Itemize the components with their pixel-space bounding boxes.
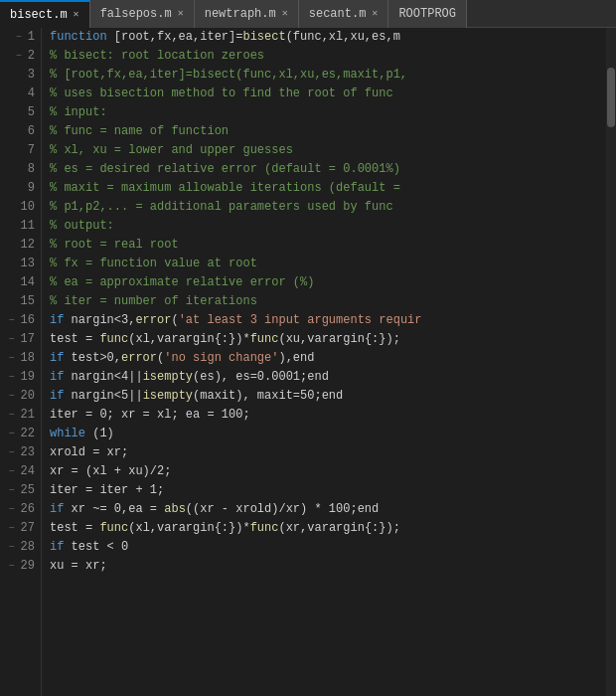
fold-btn-23[interactable]: − <box>7 443 17 462</box>
code-line-5: % input: <box>50 103 606 122</box>
line-number-27: −27 <box>6 519 35 538</box>
line-number-17: −17 <box>6 330 35 349</box>
line-number-20: −20 <box>6 387 35 406</box>
tab-falsepos[interactable]: falsepos.m ✕ <box>90 0 195 28</box>
code-line-2: % bisect: root location zeroes <box>50 47 606 66</box>
tab-rootprog[interactable]: ROOTPROG <box>388 0 467 28</box>
code-line-7: % xl, xu = lower and upper guesses <box>50 141 606 160</box>
fold-btn-2[interactable]: − <box>14 47 24 66</box>
tab-rootprog-label: ROOTPROG <box>398 7 456 21</box>
tab-falsepos-close[interactable]: ✕ <box>178 9 184 19</box>
line-number-2: −2 <box>6 47 35 66</box>
scrollbar-thumb[interactable] <box>607 68 615 127</box>
line-number-10: 10 <box>6 198 35 217</box>
code-line-4: % uses bisection method to find the root… <box>50 85 606 103</box>
line-number-22: −22 <box>6 425 35 443</box>
code-line-21: iter = 0; xr = xl; ea = 100; <box>50 406 606 425</box>
line-number-18: −18 <box>6 349 35 368</box>
code-line-10: % p1,p2,... = additional parameters used… <box>50 198 606 217</box>
tab-secant-label: secant.m <box>309 7 367 21</box>
line-number-28: −28 <box>6 538 35 557</box>
fold-btn-1[interactable]: − <box>14 28 24 47</box>
line-number-29: −29 <box>6 557 35 576</box>
line-number-19: −19 <box>6 368 35 387</box>
fold-btn-22[interactable]: − <box>7 425 17 443</box>
line-number-13: 13 <box>6 255 35 273</box>
tab-bisect[interactable]: bisect.m ✕ <box>0 0 90 28</box>
line-number-11: 11 <box>6 217 35 236</box>
code-line-9: % maxit = maximum allowable iterations (… <box>50 179 606 198</box>
fold-btn-19[interactable]: − <box>7 368 17 387</box>
fold-btn-25[interactable]: − <box>7 481 17 500</box>
code-line-18: if test>0,error('no sign change'),end <box>50 349 606 368</box>
line-number-9: 9 <box>6 179 35 198</box>
fold-btn-28[interactable]: − <box>7 538 17 557</box>
line-number-12: 12 <box>6 236 35 255</box>
code-area[interactable]: function [root,fx,ea,iter]=bisect(func,x… <box>42 28 606 696</box>
code-line-23: xrold = xr; <box>50 443 606 462</box>
code-line-29: xu = xr; <box>50 557 606 576</box>
line-number-5: 5 <box>6 103 35 122</box>
line-number-15: 15 <box>6 292 35 311</box>
fold-btn-26[interactable]: − <box>7 500 17 519</box>
line-number-6: 6 <box>6 122 35 141</box>
code-line-17: test = func(xl,varargin{:})*func(xu,vara… <box>50 330 606 349</box>
line-gutter: −1−23456789101112131415−16−17−18−19−20−2… <box>0 28 42 696</box>
line-number-1: −1 <box>6 28 35 47</box>
tab-bisect-label: bisect.m <box>10 8 68 22</box>
code-line-25: iter = iter + 1; <box>50 481 606 500</box>
code-line-14: % ea = approximate relative error (%) <box>50 273 606 292</box>
fold-btn-16[interactable]: − <box>7 311 17 330</box>
fold-btn-20[interactable]: − <box>7 387 17 406</box>
tab-bisect-close[interactable]: ✕ <box>74 10 79 20</box>
fold-btn-21[interactable]: − <box>7 406 17 425</box>
tab-falsepos-label: falsepos.m <box>100 7 172 21</box>
line-number-23: −23 <box>6 443 35 462</box>
code-line-11: % output: <box>50 217 606 236</box>
code-line-19: if nargin<4||isempty(es), es=0.0001;end <box>50 368 606 387</box>
fold-btn-27[interactable]: − <box>7 519 17 538</box>
line-number-16: −16 <box>6 311 35 330</box>
fold-btn-29[interactable]: − <box>7 557 17 576</box>
code-line-22: while (1) <box>50 425 606 443</box>
code-line-24: xr = (xl + xu)/2; <box>50 462 606 481</box>
line-number-14: 14 <box>6 273 35 292</box>
tab-secant[interactable]: secant.m ✕ <box>299 0 389 28</box>
line-number-25: −25 <box>6 481 35 500</box>
code-line-12: % root = real root <box>50 236 606 255</box>
code-line-16: if nargin<3,error('at least 3 input argu… <box>50 311 606 330</box>
fold-btn-24[interactable]: − <box>7 462 17 481</box>
code-line-3: % [root,fx,ea,iter]=bisect(func,xl,xu,es… <box>50 66 606 85</box>
code-line-26: if xr ~= 0,ea = abs((xr - xrold)/xr) * 1… <box>50 500 606 519</box>
line-number-26: −26 <box>6 500 35 519</box>
line-number-7: 7 <box>6 141 35 160</box>
code-line-13: % fx = function value at root <box>50 255 606 273</box>
tab-bar: bisect.m ✕ falsepos.m ✕ newtraph.m ✕ sec… <box>0 0 616 28</box>
line-number-24: −24 <box>6 462 35 481</box>
line-number-3: 3 <box>6 66 35 85</box>
code-line-6: % func = name of function <box>50 122 606 141</box>
line-number-21: −21 <box>6 406 35 425</box>
fold-btn-18[interactable]: − <box>7 349 17 368</box>
editor: −1−23456789101112131415−16−17−18−19−20−2… <box>0 28 616 696</box>
code-line-27: test = func(xl,varargin{:})*func(xr,vara… <box>50 519 606 538</box>
tab-newtraph[interactable]: newtraph.m ✕ <box>195 0 299 28</box>
scrollbar[interactable] <box>606 28 616 696</box>
tab-secant-close[interactable]: ✕ <box>372 9 378 19</box>
code-line-28: if test < 0 <box>50 538 606 557</box>
code-line-20: if nargin<5||isempty(maxit), maxit=50;en… <box>50 387 606 406</box>
tab-newtraph-close[interactable]: ✕ <box>282 9 288 19</box>
code-line-15: % iter = number of iterations <box>50 292 606 311</box>
tab-newtraph-label: newtraph.m <box>205 7 276 21</box>
line-number-8: 8 <box>6 160 35 179</box>
code-line-1: function [root,fx,ea,iter]=bisect(func,x… <box>50 28 606 47</box>
line-number-4: 4 <box>6 85 35 103</box>
fold-btn-17[interactable]: − <box>7 330 17 349</box>
code-line-8: % es = desired relative error (default =… <box>50 160 606 179</box>
